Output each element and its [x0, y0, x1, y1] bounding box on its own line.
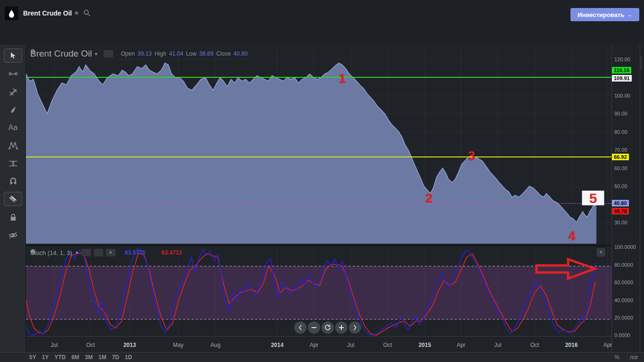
time-axis-label: Oct — [530, 342, 539, 348]
reset-view-button[interactable] — [322, 321, 334, 334]
price-axis-label: 100.00 — [614, 93, 630, 99]
time-axis-label: Oct — [86, 342, 95, 348]
time-axis[interactable]: JulOct2013MayAug2014AprJulOct2015AprJulO… — [26, 336, 611, 352]
time-axis-label: Apr — [603, 342, 612, 348]
range-6m-button[interactable]: 6M — [71, 354, 79, 361]
brush-tool[interactable] — [4, 103, 22, 117]
time-axis-label: 2016 — [565, 342, 578, 348]
ohlc-readout: Open39.13 High41.04 Low38.89 Close40.80 — [121, 50, 248, 57]
draw-tool[interactable] — [4, 192, 22, 206]
trend-line-tool[interactable] — [4, 67, 22, 81]
high-value: 41.04 — [169, 50, 183, 57]
price-axis-label: 60.00 — [614, 165, 627, 171]
percent-scale-toggle[interactable]: % — [614, 354, 619, 361]
red-annotation-2: 2 — [425, 191, 432, 206]
range-1y-button[interactable]: 1Y — [42, 354, 49, 361]
price-axis-label: 90.00 — [614, 111, 627, 116]
bottom-bar: 5Y1YYTD6M3M1M7D1D % лог — [0, 352, 644, 362]
stoch-d-value: 63.4713 — [161, 249, 182, 256]
current-price-line — [26, 203, 611, 204]
range-5y-button[interactable]: 5Y — [29, 354, 36, 361]
time-axis-label: Apr — [310, 342, 319, 348]
time-axis-label: May — [173, 342, 184, 348]
symbol-title: Brent Crude Oil — [23, 9, 72, 17]
close-value: 40.80 — [233, 50, 248, 57]
price-axis-label: 110.16 — [612, 67, 631, 74]
red-annotation-3: 3 — [468, 149, 475, 164]
price-axis[interactable]: 120.00110.16109.91100.0090.0080.0070.006… — [611, 45, 640, 352]
favorite-star-icon[interactable]: ★ — [74, 9, 80, 16]
price-chart-pane[interactable]: Brent Crude Oil ▾ Open39.13 High41.04 Lo… — [26, 45, 611, 244]
time-axis-label: 2014 — [271, 342, 284, 348]
range-3m-button[interactable]: 3M — [85, 354, 93, 361]
time-axis-label: Jul — [50, 342, 58, 348]
time-axis-label: Aug — [210, 342, 220, 348]
open-value: 39.13 — [138, 50, 152, 57]
price-area-series — [26, 63, 596, 244]
low-value: 38.89 — [199, 50, 214, 57]
scroll-left-button[interactable] — [294, 321, 306, 334]
time-axis-label: Jul — [347, 342, 354, 348]
price-axis-label: 50.00 — [614, 183, 627, 189]
pane-expand-button[interactable]: + — [597, 248, 605, 256]
price-axis-label: 109.91 — [612, 75, 632, 82]
magnet-tool[interactable] — [4, 173, 22, 188]
stoch-k-value: 83.5775 — [125, 249, 145, 256]
time-axis-label: Oct — [383, 342, 392, 348]
chevron-down-icon[interactable]: ▾ — [95, 51, 98, 57]
scale-toggles: % лог — [614, 354, 638, 361]
range-1m-button[interactable]: 1M — [99, 354, 107, 361]
gear-icon[interactable] — [94, 249, 103, 256]
trading-terminal: Brent Crude Oil ★ Инвестировать → 5 1D 1… — [0, 0, 644, 362]
time-axis-label: Jul — [494, 342, 501, 348]
zoom-out-button[interactable] — [308, 321, 320, 334]
pitchfork-tool[interactable] — [4, 85, 22, 99]
resistance-level-line — [26, 77, 611, 78]
price-axis-label: 40.80 — [612, 200, 629, 206]
drawing-toolbar: Aa — [0, 45, 26, 352]
legend-symbol[interactable]: Brent Crude Oil — [30, 49, 92, 59]
stoch-axis-label: 0.0000 — [614, 332, 630, 338]
chart-legend: Brent Crude Oil ▾ Open39.13 High41.04 Lo… — [30, 49, 248, 59]
price-axis-label: 120.00 — [614, 57, 630, 62]
visibility-icon[interactable] — [104, 50, 113, 58]
log-scale-toggle[interactable]: лог — [630, 354, 638, 361]
lock-icon[interactable] — [4, 210, 22, 224]
invest-button[interactable]: Инвестировать → — [570, 8, 639, 21]
stoch-title[interactable]: Stoch (14, 1, 3) — [30, 249, 72, 256]
cursor-tool[interactable] — [4, 49, 22, 63]
text-tool[interactable]: Aa — [4, 121, 22, 135]
chart-navigation — [294, 321, 361, 334]
price-axis-label: 80.00 — [614, 129, 627, 135]
range-ytd-button[interactable]: YTD — [54, 354, 66, 361]
chart-toolbar: 5 1D 1W ▼ ▼ Индикаторы▼ Сравнить Свернут… — [0, 27, 644, 45]
top-bar: Brent Crude Oil ★ Инвестировать → — [0, 0, 644, 27]
stoch-axis-label: 40.0000 — [614, 297, 633, 303]
time-axis-label: 2013 — [124, 342, 136, 348]
scroll-right-button[interactable] — [349, 321, 361, 334]
search-icon[interactable] — [83, 9, 91, 18]
red-annotation-5: 5 — [582, 191, 604, 206]
range-7d-button[interactable]: 7D — [112, 354, 119, 361]
long-position-tool[interactable] — [4, 156, 22, 171]
stoch-legend: Stoch (14, 1, 3) ▼ × 83.5775 63.4713 — [30, 249, 182, 256]
hide-drawings-icon[interactable] — [4, 228, 22, 242]
price-axis-label: 66.92 — [612, 154, 629, 160]
mid-level-line — [26, 156, 611, 157]
chevron-down-icon[interactable]: ▼ — [75, 251, 79, 255]
overbought-oversold-band — [26, 266, 611, 320]
price-area-chart — [26, 45, 611, 244]
time-axis-label: 2015 — [419, 342, 431, 348]
time-axis-label: Apr — [457, 342, 466, 348]
range-selector: 5Y1YYTD6M3M1M7D1D — [29, 354, 132, 361]
stoch-axis-label: 80.0000 — [614, 262, 633, 268]
range-1d-button[interactable]: 1D — [125, 354, 132, 361]
close-icon[interactable]: × — [106, 249, 116, 256]
price-axis-label: 70.00 — [614, 147, 627, 153]
visibility-icon[interactable] — [82, 249, 91, 256]
xabcd-pattern-tool[interactable] — [4, 139, 22, 153]
zoom-in-button[interactable] — [335, 321, 347, 334]
price-axis-label: 40.78 — [612, 208, 629, 214]
red-annotation-4: 4 — [568, 229, 575, 244]
stoch-axis-label: 20.0000 — [614, 315, 633, 321]
